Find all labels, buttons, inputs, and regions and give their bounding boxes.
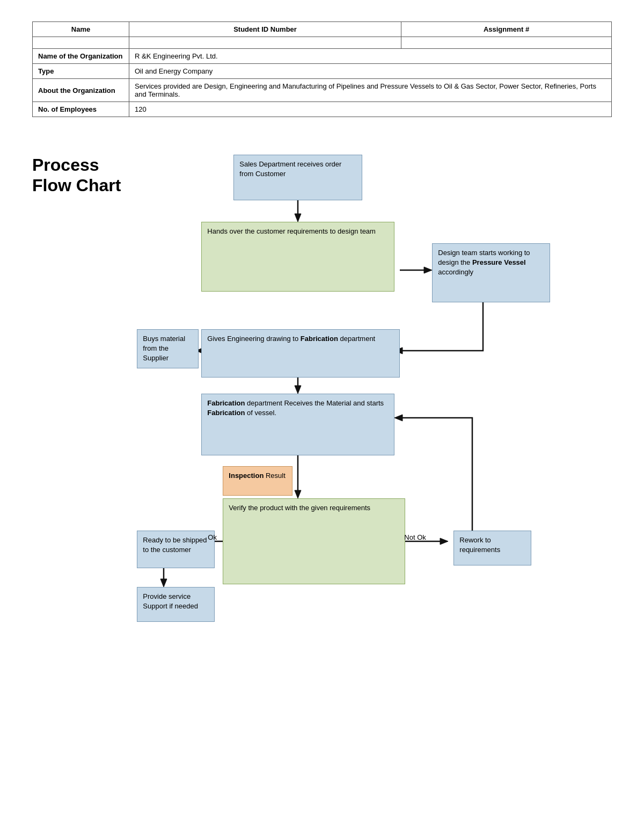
box-handover-requirements: Hands over the customer requirements to … [201,222,394,292]
type-label: Type [33,64,129,79]
svg-marker-3 [424,267,432,273]
employees-row: No. of Employees 120 [33,102,612,117]
employees-label: No. of Employees [33,102,129,117]
box-buys-material: Buys material from the Supplier [137,329,199,368]
info-table: Name Student ID Number Assignment # Name… [32,21,612,117]
type-row: Type Oil and Energy Company [33,64,612,79]
employees-value: 120 [129,102,612,117]
box-service-support: Provide service Support if needed [137,587,215,622]
flowchart-section: Process Flow Chart [32,144,612,708]
box-fabrication-dept: Fabrication department Receives the Mate… [201,394,394,455]
ok-label: Ok [208,533,217,541]
org-name-label: Name of the Organization [33,49,129,64]
col-assignment-header: Assignment # [401,22,612,37]
box-design-team: Design team starts working to design the… [432,243,550,302]
box-inspection-result: Inspection Result [223,466,292,496]
flow-diagram: Sales Department receives order from Cus… [137,144,612,708]
type-value: Oil and Energy Company [129,64,612,79]
box-ready-to-ship: Ready to be shipped to the customer [137,531,215,568]
flowchart-title: Process Flow Chart [32,144,121,196]
about-value: Services provided are Design, Engineerin… [129,79,612,102]
col-id-header: Student ID Number [129,22,401,37]
about-label: About the Organization [33,79,129,102]
col-name-header: Name [33,22,129,37]
svg-marker-10 [295,490,301,498]
svg-marker-8 [295,386,301,394]
svg-marker-1 [295,214,301,222]
org-name-row: Name of the Organization R &K Engineerin… [33,49,612,64]
not-ok-label: Not Ok [404,533,426,541]
svg-marker-14 [440,538,448,545]
org-name-value: R &K Engineering Pvt. Ltd. [129,49,612,64]
box-sales-order: Sales Department receives order from Cus… [233,155,362,200]
box-verify-product: Verify the product with the given requir… [223,498,405,584]
svg-marker-17 [394,415,402,421]
svg-marker-16 [160,579,167,587]
empty-row [33,37,612,49]
box-engineering-drawing: Gives Engineering drawing to Fabrication… [201,329,400,378]
about-row: About the Organization Services provided… [33,79,612,102]
box-rework: Rework to requirements [453,531,531,565]
